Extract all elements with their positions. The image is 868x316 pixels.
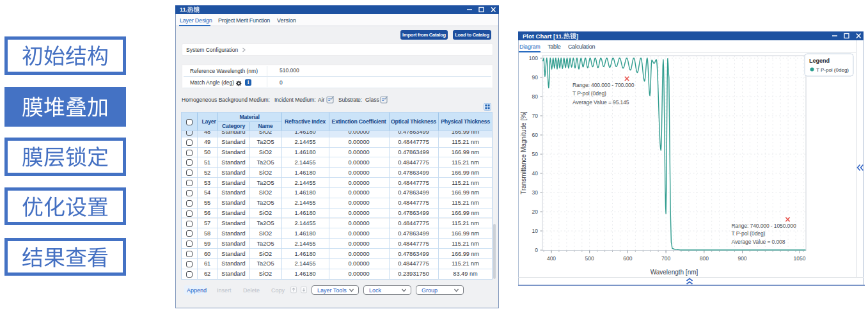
svg-text:Average Value = 0.008: Average Value = 0.008	[732, 239, 785, 245]
svg-text:400: 400	[547, 255, 556, 262]
svg-text:Transmittance Magnitude [%]: Transmittance Magnitude [%]	[520, 111, 527, 194]
svg-text:20: 20	[532, 209, 539, 215]
svg-text:T P-pol (0deg): T P-pol (0deg)	[816, 67, 849, 73]
svg-text:10: 10	[532, 228, 539, 234]
svg-text:Wavelength [nm]: Wavelength [nm]	[651, 269, 698, 276]
svg-text:100: 100	[529, 55, 538, 61]
svg-text:80: 80	[532, 93, 539, 100]
svg-text:1050: 1050	[794, 255, 806, 262]
svg-text:50: 50	[532, 151, 539, 157]
svg-text:T P-pol (0deg): T P-pol (0deg)	[732, 230, 766, 237]
svg-text:Range: 400.000 - 700.000: Range: 400.000 - 700.000	[572, 82, 635, 88]
svg-text:40: 40	[532, 170, 539, 177]
svg-text:0: 0	[535, 247, 538, 253]
svg-text:Average Value = 95.145: Average Value = 95.145	[572, 99, 629, 106]
svg-text:T P-pol (0deg): T P-pol (0deg)	[572, 90, 606, 97]
svg-text:900: 900	[738, 255, 746, 262]
svg-text:600: 600	[623, 255, 632, 262]
svg-text:700: 700	[661, 255, 670, 262]
svg-text:800: 800	[700, 255, 709, 262]
svg-text:30: 30	[532, 189, 539, 196]
svg-text:Range: 740.000 - 1050.000: Range: 740.000 - 1050.000	[732, 223, 796, 229]
svg-text:70: 70	[532, 113, 539, 119]
svg-text:500: 500	[585, 255, 594, 262]
svg-text:90: 90	[532, 74, 539, 81]
svg-text:60: 60	[532, 132, 539, 138]
svg-text:Legend: Legend	[809, 58, 830, 64]
